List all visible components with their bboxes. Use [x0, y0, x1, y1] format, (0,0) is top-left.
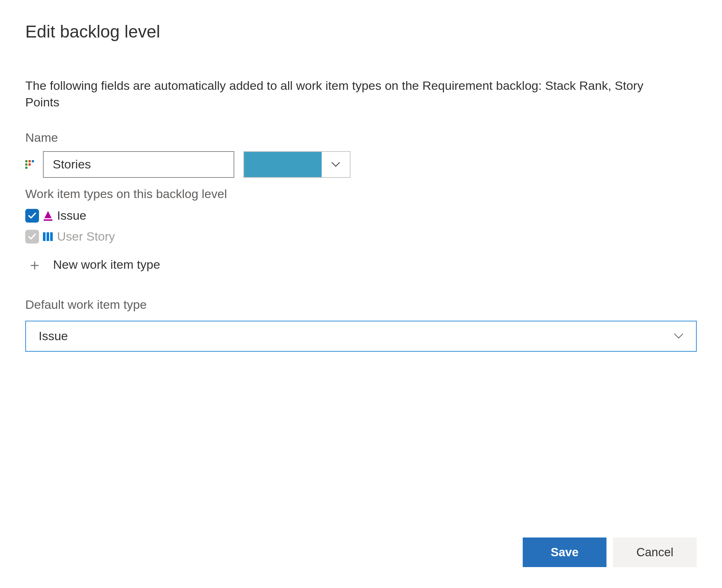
work-item-type-label: User Story [57, 229, 115, 243]
svg-rect-1 [43, 232, 45, 241]
work-item-type-row: Issue [25, 205, 697, 226]
name-label: Name [25, 131, 697, 145]
backlog-level-icon [25, 160, 34, 169]
checkbox-issue[interactable] [25, 209, 39, 223]
dialog-title: Edit backlog level [25, 22, 697, 41]
checkbox-user-story [25, 230, 39, 243]
name-row [25, 151, 697, 178]
svg-rect-3 [50, 232, 53, 241]
description-text: The following fields are automatically a… [25, 78, 675, 111]
color-picker[interactable] [243, 151, 351, 178]
chevron-down-icon [322, 152, 350, 177]
work-item-types-list: Issue User Story [25, 205, 697, 247]
default-type-value: Issue [39, 329, 68, 343]
work-item-type-label: Issue [57, 209, 86, 223]
work-item-types-label: Work item types on this backlog level [25, 187, 697, 201]
new-work-item-type-label: New work item type [53, 258, 160, 272]
svg-rect-2 [47, 232, 49, 241]
work-item-type-row: User Story [25, 226, 697, 247]
name-input[interactable] [43, 151, 234, 178]
plus-icon: ＋ [27, 257, 42, 272]
user-story-icon [43, 232, 53, 242]
default-type-select[interactable]: Issue [25, 321, 697, 352]
chevron-down-icon [674, 333, 683, 339]
new-work-item-type-button[interactable]: ＋ New work item type [27, 257, 697, 272]
default-type-label: Default work item type [25, 298, 697, 312]
color-swatch [244, 152, 322, 177]
dialog-footer: Save Cancel [523, 537, 697, 567]
svg-rect-0 [44, 219, 52, 221]
cancel-button[interactable]: Cancel [613, 537, 697, 567]
issue-icon [43, 210, 53, 221]
save-button[interactable]: Save [523, 537, 606, 567]
